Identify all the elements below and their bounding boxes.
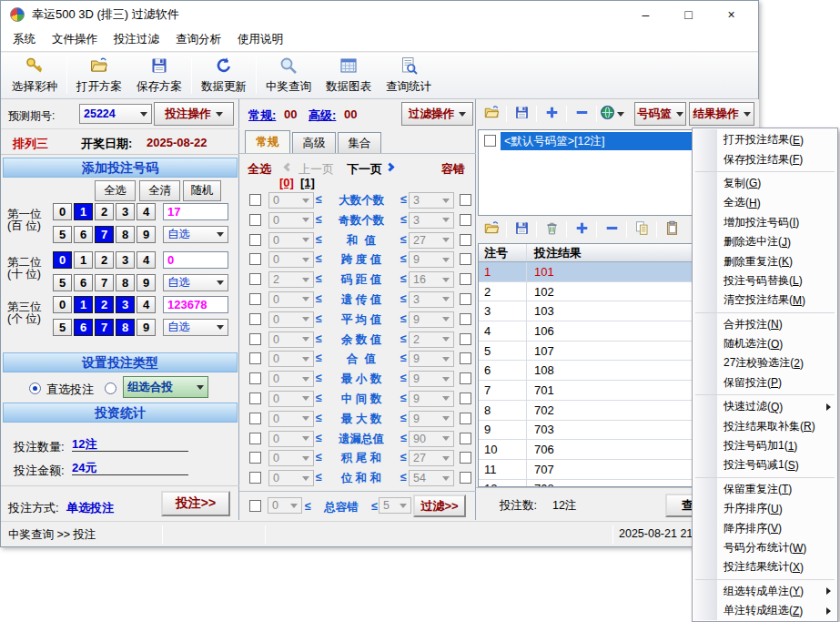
context-menu-item-8[interactable]: 投注号码替换(L) [693, 271, 837, 291]
random-digits-button[interactable]: 随机 [183, 180, 221, 201]
filter-max-select[interactable]: 27 [409, 450, 454, 466]
filter-left-checkbox[interactable] [249, 372, 261, 384]
filter-min-select[interactable]: 0 [268, 351, 314, 367]
paste-toolbar-button[interactable] [660, 219, 683, 240]
digit-button[interactable]: 1 [74, 296, 93, 313]
context-menu-item-10[interactable]: 合并投注(N) [693, 315, 837, 334]
digit-button[interactable]: 5 [53, 226, 72, 243]
filter-left-checkbox[interactable] [249, 472, 261, 484]
context-menu-item-13[interactable]: 保留投注(P) [693, 373, 837, 393]
digit-button[interactable]: 5 [53, 319, 72, 336]
chevron-right-icon[interactable] [386, 163, 395, 172]
filter-left-checkbox[interactable] [249, 352, 261, 364]
filter-fault-checkbox[interactable] [460, 234, 471, 246]
filter-min-select[interactable]: 0 [268, 232, 314, 249]
total-fault-max-select[interactable]: 5 [379, 497, 411, 514]
context-menu-item-11[interactable]: 随机选注(O) [693, 334, 837, 353]
digits-input[interactable]: 123678 [163, 296, 228, 313]
filter-max-select[interactable]: 27 [409, 232, 454, 249]
save-toolbar-button[interactable] [510, 219, 533, 240]
filter-max-select[interactable]: 3 [409, 212, 454, 229]
filter-left-checkbox[interactable] [249, 413, 261, 424]
digit-button[interactable]: 9 [137, 226, 156, 243]
filter-left-checkbox[interactable] [249, 234, 261, 246]
filter-fault-checkbox[interactable] [460, 333, 471, 345]
basket-item-checkbox[interactable] [484, 135, 496, 147]
context-menu-item-9[interactable]: 清空投注结果(M) [693, 291, 837, 310]
filter-fault-checkbox[interactable] [460, 313, 471, 325]
minimize-button[interactable]: – [624, 2, 667, 27]
filter-min-select[interactable]: 2 [268, 271, 314, 288]
period-combo[interactable]: 25224 [79, 104, 152, 124]
context-menu-item-17[interactable]: 投注号码减1(S) [693, 455, 837, 474]
context-menu-item-14[interactable]: 快速过滤(Q) [693, 397, 837, 416]
minus-toolbar-button[interactable] [570, 103, 593, 125]
digit-button[interactable]: 3 [116, 251, 135, 269]
filter-min-select[interactable]: 0 [268, 450, 314, 466]
bet-submit-button[interactable]: 投注>> [161, 491, 230, 516]
filter-fault-checkbox[interactable] [460, 253, 471, 265]
filter-left-checkbox[interactable] [249, 273, 261, 285]
page-link-0[interactable]: [0] [279, 176, 294, 189]
filter-min-select[interactable]: 0 [268, 391, 314, 407]
filter-min-select[interactable]: 0 [268, 371, 314, 387]
filter-tab-3[interactable]: 集合 [338, 132, 381, 154]
filter-max-select[interactable]: 90 [409, 431, 454, 447]
delete-toolbar-button[interactable] [540, 219, 563, 240]
filter-fault-checkbox[interactable] [460, 393, 471, 404]
context-menu-item-23[interactable]: 组选转成单注(Y) [693, 582, 837, 601]
context-menu-item-12[interactable]: 27注校验选注(2) [693, 353, 837, 372]
context-menu-item-21[interactable]: 号码分布统计(W) [693, 538, 837, 557]
context-menu-item-19[interactable]: 升序排序(U) [693, 499, 837, 518]
filter-fault-checkbox[interactable] [460, 413, 471, 424]
filter-tab-1[interactable]: 常规 [245, 130, 290, 154]
digit-button[interactable]: 4 [137, 296, 156, 313]
filter-max-select[interactable]: 9 [409, 411, 454, 427]
digit-button[interactable]: 2 [95, 203, 114, 220]
digits-input[interactable]: 0 [163, 251, 228, 269]
filter-max-select[interactable]: 3 [409, 192, 454, 209]
digit-button[interactable]: 0 [53, 251, 72, 269]
filter-left-checkbox[interactable] [249, 313, 261, 325]
filter-left-checkbox[interactable] [249, 214, 261, 226]
context-menu-item-22[interactable]: 投注结果统计(X) [693, 557, 837, 576]
group-bet-radio[interactable] [105, 382, 116, 394]
filter-max-select[interactable]: 9 [409, 311, 454, 328]
normal-filter-link[interactable]: 常规: [248, 107, 276, 124]
filter-select-all-link[interactable]: 全选 [248, 161, 271, 178]
filter-left-checkbox[interactable] [249, 333, 261, 345]
filter-min-select[interactable]: 0 [268, 192, 314, 209]
filter-max-select[interactable]: 9 [409, 371, 454, 387]
pick-mode-combo[interactable]: 自选 [163, 274, 228, 291]
digit-button[interactable]: 0 [53, 203, 72, 220]
context-menu-item-16[interactable]: 投注号码加1(1) [693, 436, 837, 455]
context-menu-item-15[interactable]: 投注结果取补集(R) [693, 416, 837, 435]
result-operations-button[interactable]: 结果操作 [689, 102, 754, 126]
filter-fault-checkbox[interactable] [460, 433, 471, 444]
digit-button[interactable]: 6 [74, 226, 93, 243]
digit-button[interactable]: 0 [53, 296, 72, 313]
context-menu-item-5[interactable]: 增加投注号码(I) [693, 213, 837, 232]
filter-fault-checkbox[interactable] [460, 293, 471, 305]
filter-max-select[interactable]: 9 [409, 251, 454, 268]
digit-button[interactable]: 1 [74, 203, 93, 220]
total-fault-checkbox[interactable] [249, 500, 261, 512]
context-menu-item-24[interactable]: 单注转成组选(Z) [693, 601, 837, 620]
group-bet-combo[interactable]: 组选合投 [123, 376, 208, 398]
filter-fault-checkbox[interactable] [460, 273, 471, 285]
save-toolbar-button[interactable] [510, 103, 533, 125]
digit-button[interactable]: 7 [95, 319, 114, 336]
context-menu-item-1[interactable]: 打开投注结果(E) [693, 130, 837, 149]
number-basket-button[interactable]: 号码篮 [634, 102, 686, 126]
filter-fault-checkbox[interactable] [460, 372, 471, 384]
filter-fault-checkbox[interactable] [460, 472, 471, 484]
context-menu-item-6[interactable]: 删除选中注(J) [693, 232, 837, 251]
digit-button[interactable]: 6 [74, 319, 93, 336]
context-menu-item-3[interactable]: 复制(G) [693, 174, 837, 193]
filter-max-select[interactable]: 9 [409, 391, 454, 407]
toolbar-button-2[interactable]: 打开方案 [69, 55, 129, 97]
maximize-button[interactable]: □ [667, 2, 710, 27]
minus-toolbar-button[interactable] [600, 219, 623, 240]
chevron-left-icon[interactable] [284, 163, 293, 172]
toolbar-button-5[interactable]: 中奖查询 [258, 55, 319, 97]
